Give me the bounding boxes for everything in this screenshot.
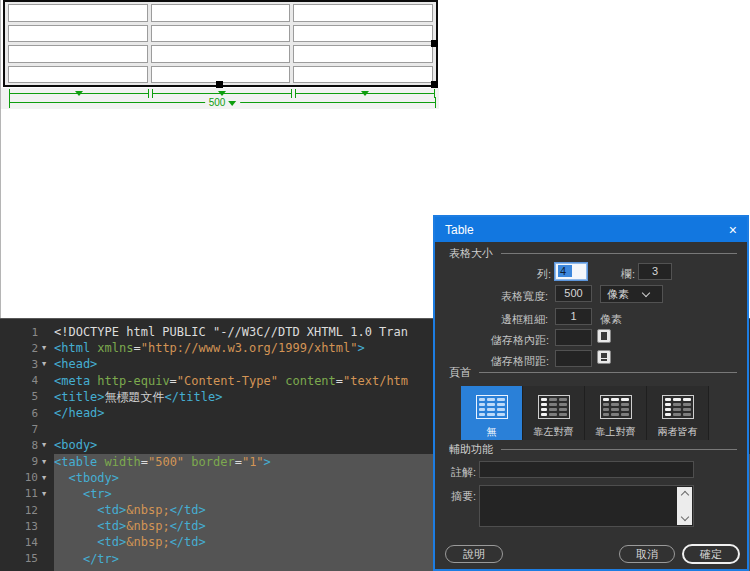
table-width-bar[interactable]: 500	[9, 97, 436, 108]
rows-field[interactable]: 4	[555, 263, 587, 280]
chevron-down-icon	[642, 288, 650, 296]
line-number: 15	[20, 552, 38, 565]
line-number: 6	[20, 407, 38, 420]
selected-table[interactable]	[3, 0, 438, 87]
dreamweaver-window: 500 1<!DOCTYPE html PUBLIC "-//W3C//DTD …	[0, 0, 750, 571]
code-fold-icon[interactable]: ▼	[38, 458, 50, 466]
header-option-none[interactable]: 無	[461, 386, 523, 440]
scroll-up-icon[interactable]	[680, 491, 688, 499]
section-divider	[501, 449, 737, 450]
code-fold-icon[interactable]: ▼	[38, 344, 50, 352]
line-number-gutter: 3▼	[0, 358, 54, 371]
caption-input[interactable]	[479, 461, 694, 478]
caption-label: 註解:	[451, 465, 476, 480]
line-number: 12	[20, 504, 38, 517]
table-header-left-icon	[538, 395, 570, 419]
line-number: 8	[20, 439, 38, 452]
width-unit-value: 像素	[607, 287, 629, 302]
table-cell[interactable]	[293, 66, 433, 84]
line-number-gutter: 4	[0, 374, 54, 387]
border-value: 1	[570, 310, 576, 322]
table-cell[interactable]	[8, 25, 148, 43]
line-number: 10	[20, 471, 38, 484]
line-number-gutter: 12	[0, 504, 54, 517]
line-number: 4	[20, 374, 38, 387]
table-dialog: Table × 表格大小 列: 4 欄: 3 表格寬度: 500 像素 邊框粗細…	[433, 215, 749, 571]
code-fold-icon[interactable]: ▼	[38, 490, 50, 498]
header-option-both[interactable]: 兩者皆有	[647, 386, 709, 440]
cols-field[interactable]: 3	[638, 263, 672, 280]
width-value: 500	[564, 287, 582, 299]
close-icon[interactable]: ×	[729, 223, 737, 237]
table-cell[interactable]	[8, 4, 148, 22]
table-cell[interactable]	[151, 25, 291, 43]
header-option-label: 無	[487, 425, 497, 439]
line-number: 5	[20, 390, 38, 403]
dialog-titlebar[interactable]: Table ×	[435, 217, 747, 242]
ok-button[interactable]: 確定	[682, 544, 740, 564]
summary-textarea[interactable]	[479, 485, 694, 527]
scroll-down-icon[interactable]	[680, 513, 688, 521]
line-number-gutter: 6	[0, 407, 54, 420]
table-width-menu-arrow-icon[interactable]	[228, 101, 236, 106]
width-field[interactable]: 500	[555, 285, 592, 302]
table-grid	[8, 4, 433, 83]
table-cell[interactable]	[151, 4, 291, 22]
resize-handle-bottom[interactable]	[216, 81, 223, 88]
cols-label: 欄:	[621, 267, 635, 282]
table-header-top-icon	[600, 395, 632, 419]
width-label: 表格寬度:	[501, 289, 548, 304]
column-menu-arrow-icon[interactable]	[75, 91, 83, 96]
line-number-gutter: 11▼	[0, 487, 54, 500]
dialog-title: Table	[445, 223, 474, 237]
cellpad-label: 儲存格內距:	[491, 333, 549, 348]
help-button[interactable]: 說明	[445, 545, 503, 563]
line-number-gutter: 2▼	[0, 342, 54, 355]
width-unit-select[interactable]: 像素	[600, 285, 663, 303]
cancel-button[interactable]: 取消	[619, 545, 675, 563]
line-number-gutter: 5	[0, 390, 54, 403]
line-number-gutter: 9▼	[0, 455, 54, 468]
code-fold-icon[interactable]: ▼	[38, 441, 50, 449]
table-cell[interactable]	[151, 45, 291, 63]
table-width-value: 500	[209, 97, 226, 108]
column-menu-arrow-icon[interactable]	[361, 91, 369, 96]
header-option-left[interactable]: 靠左對齊	[523, 386, 585, 440]
table-cell[interactable]	[8, 45, 148, 63]
cellpad-field[interactable]	[555, 329, 592, 346]
rows-label: 列:	[537, 267, 551, 282]
summary-label: 摘要:	[451, 489, 476, 504]
header-option-group: 無靠左對齊靠上對齊兩者皆有	[461, 386, 709, 440]
line-number-gutter: 7	[0, 423, 54, 436]
cell-padding-icon	[597, 329, 611, 343]
line-number-gutter: 10▼	[0, 471, 54, 484]
line-number-gutter: 13	[0, 520, 54, 533]
column-menu-arrow-icon[interactable]	[218, 91, 226, 96]
table-width-menu[interactable]: 500	[205, 97, 241, 108]
cell-spacing-icon	[597, 350, 611, 364]
line-number-gutter: 15	[0, 552, 54, 565]
header-option-label: 靠上對齊	[596, 425, 636, 439]
line-number-gutter: 8▼	[0, 439, 54, 452]
line-number: 13	[20, 520, 38, 533]
table-header-none-icon	[476, 395, 508, 419]
section-divider	[479, 372, 737, 373]
resize-handle-corner[interactable]	[431, 81, 438, 88]
header-option-label: 靠左對齊	[534, 425, 574, 439]
accessibility-section-label: 輔助功能	[449, 442, 493, 457]
cols-value: 3	[652, 265, 658, 277]
line-number: 3	[20, 358, 38, 371]
code-fold-icon[interactable]: ▼	[38, 474, 50, 482]
header-option-top[interactable]: 靠上對齊	[585, 386, 647, 440]
border-field[interactable]: 1	[555, 308, 592, 325]
summary-scrollbar[interactable]	[677, 487, 692, 525]
table-cell[interactable]	[293, 4, 433, 22]
resize-handle-right[interactable]	[431, 40, 438, 47]
table-cell[interactable]	[8, 66, 148, 84]
line-number: 7	[20, 423, 38, 436]
table-cell[interactable]	[293, 25, 433, 43]
section-divider	[501, 253, 737, 254]
line-number: 9	[20, 455, 38, 468]
code-fold-icon[interactable]: ▼	[38, 360, 50, 368]
table-cell[interactable]	[293, 45, 433, 63]
